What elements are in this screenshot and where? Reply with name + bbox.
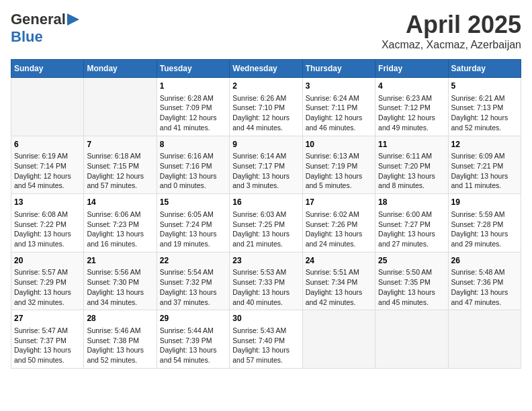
cell-content: Sunrise: 6:18 AMSunset: 7:15 PMDaylight:… bbox=[87, 151, 153, 191]
calendar-cell: 20Sunrise: 5:57 AMSunset: 7:29 PMDayligh… bbox=[11, 252, 84, 310]
day-number: 28 bbox=[87, 313, 153, 324]
week-row-3: 13Sunrise: 6:08 AMSunset: 7:22 PMDayligh… bbox=[11, 194, 521, 253]
calendar-cell: 14Sunrise: 6:06 AMSunset: 7:23 PMDayligh… bbox=[84, 194, 157, 253]
cell-content: Sunrise: 6:09 AMSunset: 7:21 PMDaylight:… bbox=[451, 151, 518, 191]
calendar-table: SundayMondayTuesdayWednesdayThursdayFrid… bbox=[11, 59, 521, 369]
calendar-cell: 15Sunrise: 6:05 AMSunset: 7:24 PMDayligh… bbox=[157, 194, 229, 253]
day-number: 5 bbox=[451, 81, 518, 92]
calendar-cell: 5Sunrise: 6:21 AMSunset: 7:13 PMDaylight… bbox=[448, 78, 521, 136]
column-header-thursday: Thursday bbox=[302, 60, 375, 78]
logo-general-text: General bbox=[11, 11, 66, 28]
cell-content: Sunrise: 5:43 AMSunset: 7:40 PMDaylight:… bbox=[232, 326, 299, 365]
calendar-cell: 28Sunrise: 5:46 AMSunset: 7:38 PMDayligh… bbox=[84, 310, 157, 369]
day-number: 6 bbox=[14, 139, 81, 150]
week-row-2: 6Sunrise: 6:19 AMSunset: 7:14 PMDaylight… bbox=[11, 136, 521, 194]
day-number: 25 bbox=[378, 255, 445, 267]
calendar-cell: 27Sunrise: 5:47 AMSunset: 7:37 PMDayligh… bbox=[11, 310, 84, 369]
day-number: 12 bbox=[451, 139, 518, 150]
logo-arrow-icon bbox=[67, 13, 79, 26]
cell-content: Sunrise: 6:03 AMSunset: 7:25 PMDaylight:… bbox=[232, 210, 299, 249]
day-number: 13 bbox=[14, 197, 81, 208]
cell-content: Sunrise: 6:13 AMSunset: 7:19 PMDaylight:… bbox=[306, 151, 372, 191]
week-row-1: 1Sunrise: 6:28 AMSunset: 7:09 PMDaylight… bbox=[11, 78, 521, 136]
page-header: General Blue April 2025 Xacmaz, Xacmaz, … bbox=[11, 11, 521, 51]
day-number: 15 bbox=[160, 197, 226, 208]
calendar-cell: 2Sunrise: 6:26 AMSunset: 7:10 PMDaylight… bbox=[230, 78, 302, 136]
calendar-cell: 16Sunrise: 6:03 AMSunset: 7:25 PMDayligh… bbox=[230, 194, 302, 253]
cell-content: Sunrise: 5:47 AMSunset: 7:37 PMDaylight:… bbox=[14, 326, 81, 365]
calendar-cell: 21Sunrise: 5:56 AMSunset: 7:30 PMDayligh… bbox=[84, 252, 157, 310]
calendar-cell: 23Sunrise: 5:53 AMSunset: 7:33 PMDayligh… bbox=[230, 252, 302, 310]
calendar-cell: 25Sunrise: 5:50 AMSunset: 7:35 PMDayligh… bbox=[375, 252, 448, 310]
calendar-cell bbox=[11, 78, 84, 136]
calendar-cell: 30Sunrise: 5:43 AMSunset: 7:40 PMDayligh… bbox=[230, 310, 302, 369]
calendar-cell: 22Sunrise: 5:54 AMSunset: 7:32 PMDayligh… bbox=[157, 252, 229, 310]
title-block: April 2025 Xacmaz, Xacmaz, Azerbaijan bbox=[382, 11, 521, 51]
day-number: 16 bbox=[232, 197, 299, 208]
calendar-cell: 3Sunrise: 6:24 AMSunset: 7:11 PMDaylight… bbox=[302, 78, 375, 136]
cell-content: Sunrise: 5:59 AMSunset: 7:28 PMDaylight:… bbox=[451, 210, 518, 249]
calendar-cell: 4Sunrise: 6:23 AMSunset: 7:12 PMDaylight… bbox=[375, 78, 448, 136]
calendar-cell: 8Sunrise: 6:16 AMSunset: 7:16 PMDaylight… bbox=[157, 136, 229, 194]
column-header-saturday: Saturday bbox=[448, 60, 521, 78]
cell-content: Sunrise: 5:44 AMSunset: 7:39 PMDaylight:… bbox=[160, 326, 226, 365]
calendar-cell: 29Sunrise: 5:44 AMSunset: 7:39 PMDayligh… bbox=[157, 310, 229, 369]
day-number: 22 bbox=[160, 255, 226, 267]
cell-content: Sunrise: 6:06 AMSunset: 7:23 PMDaylight:… bbox=[87, 210, 153, 249]
calendar-cell: 11Sunrise: 6:11 AMSunset: 7:20 PMDayligh… bbox=[375, 136, 448, 194]
day-number: 9 bbox=[232, 139, 299, 150]
day-number: 21 bbox=[87, 255, 153, 267]
calendar-cell: 12Sunrise: 6:09 AMSunset: 7:21 PMDayligh… bbox=[448, 136, 521, 194]
day-number: 24 bbox=[306, 255, 372, 267]
calendar-cell: 13Sunrise: 6:08 AMSunset: 7:22 PMDayligh… bbox=[11, 194, 84, 253]
day-number: 10 bbox=[306, 139, 372, 150]
calendar-cell: 7Sunrise: 6:18 AMSunset: 7:15 PMDaylight… bbox=[84, 136, 157, 194]
calendar-cell bbox=[375, 310, 448, 369]
cell-content: Sunrise: 5:50 AMSunset: 7:35 PMDaylight:… bbox=[378, 267, 445, 307]
calendar-cell: 19Sunrise: 5:59 AMSunset: 7:28 PMDayligh… bbox=[448, 194, 521, 253]
calendar-cell: 10Sunrise: 6:13 AMSunset: 7:19 PMDayligh… bbox=[302, 136, 375, 194]
column-header-wednesday: Wednesday bbox=[230, 60, 302, 78]
day-number: 1 bbox=[160, 81, 226, 92]
column-header-tuesday: Tuesday bbox=[157, 60, 229, 78]
day-number: 26 bbox=[451, 255, 518, 267]
week-row-5: 27Sunrise: 5:47 AMSunset: 7:37 PMDayligh… bbox=[11, 310, 521, 369]
day-number: 14 bbox=[87, 197, 153, 208]
cell-content: Sunrise: 6:14 AMSunset: 7:17 PMDaylight:… bbox=[232, 151, 299, 191]
cell-content: Sunrise: 6:24 AMSunset: 7:11 PMDaylight:… bbox=[306, 93, 372, 133]
calendar-cell: 17Sunrise: 6:02 AMSunset: 7:26 PMDayligh… bbox=[302, 194, 375, 253]
header-row: SundayMondayTuesdayWednesdayThursdayFrid… bbox=[11, 60, 521, 78]
day-number: 19 bbox=[451, 197, 518, 208]
column-header-friday: Friday bbox=[375, 60, 448, 78]
cell-content: Sunrise: 6:16 AMSunset: 7:16 PMDaylight:… bbox=[160, 151, 226, 191]
day-number: 30 bbox=[232, 313, 299, 324]
cell-content: Sunrise: 5:51 AMSunset: 7:34 PMDaylight:… bbox=[306, 267, 372, 307]
cell-content: Sunrise: 6:26 AMSunset: 7:10 PMDaylight:… bbox=[232, 93, 299, 133]
calendar-header: SundayMondayTuesdayWednesdayThursdayFrid… bbox=[11, 60, 521, 78]
day-number: 18 bbox=[378, 197, 445, 208]
day-number: 27 bbox=[14, 313, 81, 324]
column-header-sunday: Sunday bbox=[11, 60, 84, 78]
cell-content: Sunrise: 6:21 AMSunset: 7:13 PMDaylight:… bbox=[451, 93, 518, 133]
svg-marker-0 bbox=[67, 13, 79, 26]
column-header-monday: Monday bbox=[84, 60, 157, 78]
day-number: 20 bbox=[14, 255, 81, 267]
page-subtitle: Xacmaz, Xacmaz, Azerbaijan bbox=[382, 39, 521, 51]
cell-content: Sunrise: 5:56 AMSunset: 7:30 PMDaylight:… bbox=[87, 267, 153, 307]
cell-content: Sunrise: 6:19 AMSunset: 7:14 PMDaylight:… bbox=[14, 151, 81, 191]
calendar-body: 1Sunrise: 6:28 AMSunset: 7:09 PMDaylight… bbox=[11, 78, 521, 369]
day-number: 2 bbox=[232, 81, 299, 92]
page-title: April 2025 bbox=[382, 11, 521, 39]
day-number: 7 bbox=[87, 139, 153, 150]
calendar-cell: 6Sunrise: 6:19 AMSunset: 7:14 PMDaylight… bbox=[11, 136, 84, 194]
cell-content: Sunrise: 5:54 AMSunset: 7:32 PMDaylight:… bbox=[160, 267, 226, 307]
cell-content: Sunrise: 5:57 AMSunset: 7:29 PMDaylight:… bbox=[14, 267, 81, 307]
cell-content: Sunrise: 6:11 AMSunset: 7:20 PMDaylight:… bbox=[378, 151, 445, 191]
cell-content: Sunrise: 5:48 AMSunset: 7:36 PMDaylight:… bbox=[451, 267, 518, 307]
cell-content: Sunrise: 5:46 AMSunset: 7:38 PMDaylight:… bbox=[87, 326, 153, 365]
cell-content: Sunrise: 6:05 AMSunset: 7:24 PMDaylight:… bbox=[160, 210, 226, 249]
day-number: 17 bbox=[306, 197, 372, 208]
calendar-cell: 26Sunrise: 5:48 AMSunset: 7:36 PMDayligh… bbox=[448, 252, 521, 310]
logo-blue-text: Blue bbox=[11, 28, 43, 46]
cell-content: Sunrise: 6:00 AMSunset: 7:27 PMDaylight:… bbox=[378, 210, 445, 249]
